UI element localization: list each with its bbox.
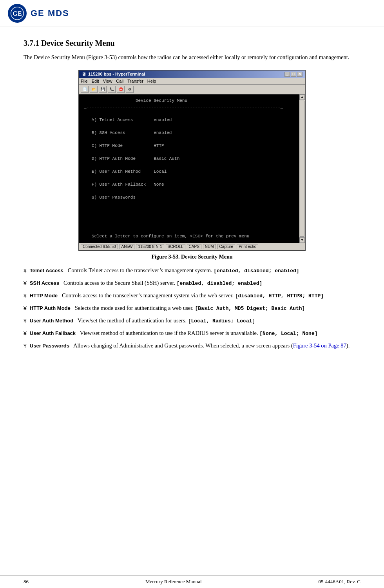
bullet-content-7: User Passwords Allows changing of Admini… — [30, 342, 360, 350]
options-telnet-access: [enabled, disabled; enabled] — [214, 268, 299, 274]
list-item-http-auth-mode: ¥ HTTP Auth Mode Selects the mode used f… — [24, 304, 360, 313]
figure-3-54-link[interactable]: Figure 3-54 on Page 87 — [293, 342, 346, 349]
toolbar-dial[interactable]: 📞 — [108, 86, 116, 93]
status-baud: 115200 8-N-1 — [136, 244, 164, 249]
scroll-down-arrow[interactable]: ▼ — [299, 237, 305, 243]
terminal-title: 🖥 115200 bps - HyperTerminal — [82, 72, 145, 76]
list-item-user-auth-method: ¥ User Auth Method View/set the method o… — [24, 317, 360, 325]
bullet-symbol-5: ¥ — [24, 317, 27, 325]
bullet-content-6: User Auth Fallback View/set method of au… — [30, 329, 360, 338]
toolbar-disconnect[interactable]: ⛔ — [117, 86, 125, 93]
window-controls[interactable]: _ □ ✕ — [284, 72, 302, 77]
close-button[interactable]: ✕ — [297, 72, 302, 77]
status-capture: Capture — [217, 244, 235, 249]
terminal-scrollbar[interactable]: ▲ ▼ — [299, 94, 305, 243]
bullet-content-4: HTTP Auth Mode Selects the mode used for… — [30, 304, 360, 313]
main-content: 3.7.1 Device Security Menu The Device Se… — [0, 27, 384, 370]
status-connected: Connected 6:55:50 — [81, 244, 118, 249]
terminal-menubar[interactable]: File Edit View Call Transfer Help — [79, 78, 305, 85]
key-user-passwords: User Passwords — [30, 343, 69, 349]
bullet-symbol-2: ¥ — [24, 279, 27, 288]
footer-page-number: 86 — [24, 579, 29, 585]
options-user-auth-method: [Local, Radius; Local] — [188, 318, 255, 324]
menu-help[interactable]: Help — [147, 79, 156, 83]
maximize-button[interactable]: □ — [291, 72, 296, 77]
bullet-content-2: SSH Access Controls access to the Secure… — [30, 279, 360, 288]
ge-logo: GE — [8, 4, 27, 23]
terminal-statusbar: Connected 6:55:50 AN5W 115200 8-N-1 SCRO… — [79, 243, 305, 250]
terminal-icon: 🖥 — [82, 72, 86, 76]
key-telnet-access: Telnet Access — [30, 268, 63, 273]
figure-caption: Figure 3-53. Device Security Menu — [24, 254, 360, 260]
list-item-http-mode: ¥ HTTP Mode Controls access to the trans… — [24, 291, 360, 300]
intro-paragraph: The Device Security Menu (Figure 3-53) c… — [24, 53, 360, 62]
toolbar-open[interactable]: 📂 — [90, 86, 98, 93]
terminal-title-text: 115200 bps - HyperTerminal — [88, 72, 145, 76]
menu-view[interactable]: View — [103, 79, 112, 83]
bullet-content-5: User Auth Method View/set the method of … — [30, 317, 360, 325]
options-http-mode: [disabled, HTTP, HTTPS; HTTP] — [235, 293, 324, 299]
scroll-thumb[interactable] — [300, 101, 304, 237]
bullet-symbol-7: ¥ — [24, 342, 27, 350]
key-user-auth-fallback: User Auth Fallback — [30, 330, 76, 336]
options-ssh-access: [enabled, disabled; enabled] — [177, 280, 262, 286]
terminal-toolbar[interactable]: 📄 📂 💾 📞 ⛔ ⚙ — [79, 85, 305, 94]
key-ssh-access: SSH Access — [30, 280, 59, 286]
key-http-mode: HTTP Mode — [30, 293, 58, 299]
terminal-screen: Device Security Menu _------------------… — [79, 94, 305, 243]
status-mode: AN5W — [120, 244, 135, 249]
svg-text:GE: GE — [13, 10, 22, 17]
page-header: GE GE MDS — [0, 0, 384, 27]
bullet-symbol-1: ¥ — [24, 267, 27, 275]
scroll-up-arrow[interactable]: ▲ — [299, 94, 305, 100]
key-user-auth-method: User Auth Method — [30, 318, 73, 324]
terminal-screen-container: Device Security Menu _------------------… — [79, 94, 305, 243]
bullet-symbol-4: ¥ — [24, 304, 27, 313]
toolbar-new[interactable]: 📄 — [81, 86, 89, 93]
footer-manual-title: Mercury Reference Manual — [145, 579, 202, 585]
terminal-screenshot-wrapper: 🖥 115200 bps - HyperTerminal _ □ ✕ File … — [24, 70, 360, 251]
feature-list: ¥ Telnet Access Controls Telnet access t… — [24, 266, 360, 350]
status-num: NUM — [203, 244, 216, 249]
menu-file[interactable]: File — [81, 79, 88, 83]
list-item-user-auth-fallback: ¥ User Auth Fallback View/set method of … — [24, 329, 360, 338]
bullet-symbol-6: ¥ — [24, 329, 27, 338]
status-scroll: SCROLL — [166, 244, 185, 249]
bullet-content-1: Telnet Access Controls Telnet access to … — [30, 266, 360, 275]
key-http-auth-mode: HTTP Auth Mode — [30, 305, 71, 311]
list-item-user-passwords: ¥ User Passwords Allows changing of Admi… — [24, 342, 360, 350]
options-http-auth-mode: [Basic Auth, MD5 Digest; Basic Auth] — [195, 306, 305, 311]
list-item-ssh-access: ¥ SSH Access Controls access to the Secu… — [24, 279, 360, 288]
terminal-titlebar: 🖥 115200 bps - HyperTerminal _ □ ✕ — [79, 71, 305, 78]
toolbar-save[interactable]: 💾 — [99, 86, 107, 93]
bullet-symbol-3: ¥ — [24, 292, 27, 300]
bullet-content-3: HTTP Mode Controls access to the transce… — [30, 291, 360, 300]
terminal-screen-text: Device Security Menu _------------------… — [84, 98, 298, 240]
status-caps: CAPS — [187, 244, 201, 249]
section-heading: 3.7.1 Device Security Menu — [24, 39, 360, 48]
minimize-button[interactable]: _ — [284, 72, 290, 77]
list-item-telnet-access: ¥ Telnet Access Controls Telnet access t… — [24, 266, 360, 275]
company-name-label: GE MDS — [31, 8, 69, 18]
options-user-auth-fallback: [None, Local; None] — [259, 331, 317, 337]
toolbar-properties[interactable]: ⚙ — [126, 86, 134, 93]
footer-document-id: 05-4446A01, Rev. C — [319, 579, 361, 585]
page-footer: 86 Mercury Reference Manual 05-4446A01, … — [0, 575, 384, 588]
menu-call[interactable]: Call — [116, 79, 123, 83]
hyper-terminal-window: 🖥 115200 bps - HyperTerminal _ □ ✕ File … — [78, 70, 306, 251]
menu-transfer[interactable]: Transfer — [127, 79, 143, 83]
status-print-echo: Print echo — [237, 244, 258, 249]
menu-edit[interactable]: Edit — [92, 79, 99, 83]
